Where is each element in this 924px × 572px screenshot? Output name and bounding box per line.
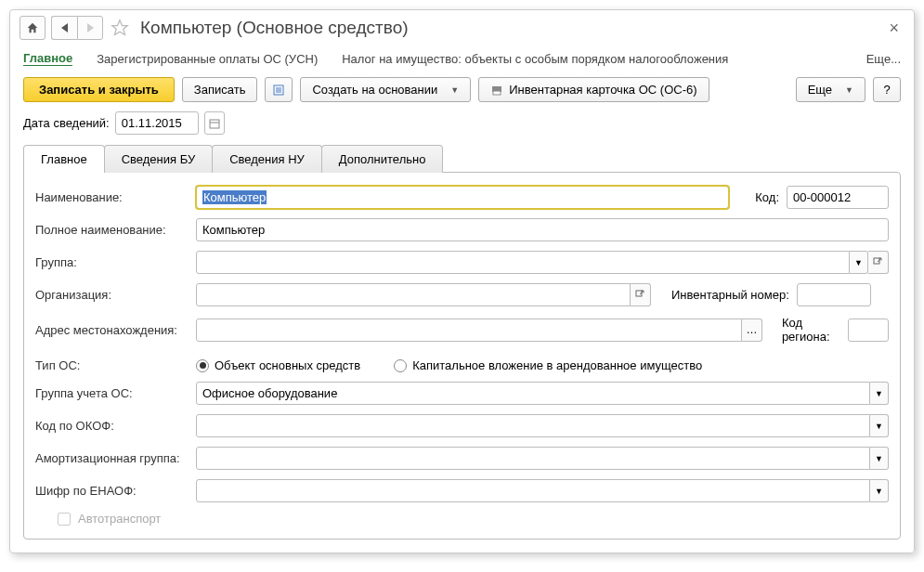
printer-icon — [490, 84, 503, 96]
group-acc-combo[interactable]: Офисное оборудование ▼ — [196, 382, 889, 405]
toolbar: Записать и закрыть Записать Создать на о… — [10, 77, 914, 111]
tab-main[interactable]: Главное — [23, 145, 105, 173]
close-button[interactable]: × — [883, 19, 904, 38]
menu-main[interactable]: Главное — [23, 51, 72, 66]
chevron-down-icon: ▼ — [450, 85, 459, 95]
titlebar: Компьютер (Основное средство) × — [10, 10, 914, 44]
create-based-on-button[interactable]: Создать на основании▼ — [300, 77, 471, 102]
group-combo[interactable]: ▼ — [196, 251, 889, 274]
enaof-combo[interactable]: ▼ — [196, 479, 889, 502]
group-label: Группа: — [35, 255, 189, 269]
okof-label: Код по ОКОФ: — [35, 419, 189, 433]
help-button[interactable]: ? — [873, 77, 901, 102]
chevron-down-icon[interactable]: ▼ — [870, 447, 889, 470]
chevron-down-icon[interactable]: ▼ — [870, 382, 889, 405]
list-icon-button[interactable] — [265, 77, 293, 102]
svg-rect-5 — [493, 91, 501, 95]
chevron-down-icon[interactable]: ▼ — [870, 414, 889, 437]
menu-more[interactable]: Еще... — [866, 52, 901, 66]
favorite-icon[interactable] — [109, 17, 131, 39]
inventory-card-button[interactable]: Инвентарная карточка ОС (ОС-6) — [478, 77, 709, 102]
auto-label: Автотранспорт — [78, 512, 161, 526]
nav-group — [51, 16, 103, 40]
inv-num-input[interactable] — [797, 283, 871, 306]
open-button[interactable] — [631, 283, 651, 306]
open-button[interactable] — [868, 251, 889, 274]
save-button[interactable]: Записать — [182, 77, 258, 102]
type-label: Тип ОС: — [35, 358, 189, 372]
save-and-close-button[interactable]: Записать и закрыть — [23, 77, 175, 102]
org-label: Организация: — [35, 288, 189, 302]
menu-row: Главное Зарегистрированные оплаты ОС (УС… — [10, 44, 914, 77]
window-title: Компьютер (Основное средство) — [140, 18, 878, 38]
chevron-down-icon[interactable]: ▼ — [850, 251, 868, 274]
date-row: Дата сведений: — [10, 111, 914, 144]
fullname-input[interactable] — [196, 218, 889, 241]
code-label: Код: — [755, 190, 779, 204]
type-option-object[interactable]: Объект основных средств — [196, 358, 360, 372]
date-input[interactable] — [115, 111, 199, 135]
okof-combo[interactable]: ▼ — [196, 414, 889, 437]
tab-nu[interactable]: Сведения НУ — [212, 145, 322, 173]
name-label: Наименование: — [35, 190, 189, 204]
inv-num-label: Инвентарный номер: — [671, 288, 789, 302]
tab-extra[interactable]: Дополнительно — [321, 145, 444, 173]
tab-bu[interactable]: Сведения БУ — [104, 145, 214, 173]
menu-tax[interactable]: Налог на имущество: объекты с особым пор… — [342, 52, 728, 66]
tabs: Главное Сведения БУ Сведения НУ Дополнит… — [10, 144, 914, 172]
group-acc-label: Группа учета ОС: — [35, 386, 189, 400]
fullname-label: Полное наименование: — [35, 223, 189, 237]
org-combo[interactable] — [196, 283, 651, 306]
address-input[interactable]: … — [196, 318, 762, 342]
back-button[interactable] — [51, 16, 77, 40]
home-button[interactable] — [20, 16, 46, 40]
region-label: Код региона: — [782, 316, 840, 344]
svg-rect-6 — [210, 120, 219, 128]
ellipsis-button[interactable]: … — [742, 318, 762, 342]
radio-icon — [394, 359, 407, 372]
more-button[interactable]: Еще▼ — [796, 77, 865, 102]
window: Компьютер (Основное средство) × Главное … — [9, 9, 915, 553]
name-input[interactable]: Компьютер — [196, 186, 729, 209]
type-option-capital[interactable]: Капитальное вложение в арендованное имущ… — [394, 358, 702, 372]
menu-usn[interactable]: Зарегистрированные оплаты ОС (УСН) — [97, 52, 318, 66]
amort-label: Амортизационная группа: — [35, 451, 189, 465]
calendar-button[interactable] — [204, 111, 225, 135]
amort-combo[interactable]: ▼ — [196, 447, 889, 470]
tab-content: Наименование: Компьютер Код: Полное наим… — [23, 172, 901, 540]
region-input[interactable] — [848, 318, 889, 342]
radio-icon — [196, 359, 209, 372]
enaof-label: Шифр по ЕНАОФ: — [35, 484, 189, 498]
code-input[interactable] — [787, 186, 889, 209]
chevron-down-icon[interactable]: ▼ — [870, 479, 889, 502]
address-label: Адрес местонахождения: — [35, 323, 189, 337]
forward-button[interactable] — [77, 16, 103, 40]
auto-checkbox — [58, 513, 71, 526]
chevron-down-icon: ▼ — [845, 85, 853, 95]
date-label: Дата сведений: — [23, 116, 110, 130]
